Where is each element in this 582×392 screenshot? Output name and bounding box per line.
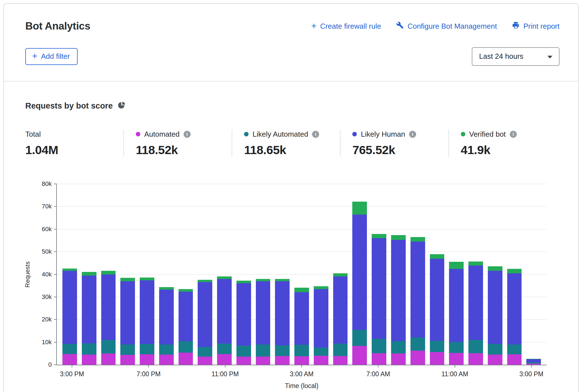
printer-icon xyxy=(512,21,520,31)
add-filter-button[interactable]: + Add filter xyxy=(25,48,78,65)
configure-bot-management-link[interactable]: Configure Bot Management xyxy=(396,21,497,31)
bar-segment-likely_automated xyxy=(314,348,328,356)
bar-segment-likely_human xyxy=(488,271,502,344)
bar-segment-automated xyxy=(468,353,483,365)
bar-segment-likely_automated xyxy=(140,344,154,354)
y-axis-tick-label: 40k xyxy=(29,271,52,278)
bar xyxy=(198,184,212,365)
bar-segment-verified_bot xyxy=(236,281,251,283)
y-axis-tick xyxy=(54,297,57,297)
legend-dot xyxy=(461,132,465,136)
bar-segment-verified_bot xyxy=(198,280,212,282)
bar-segment-verified_bot xyxy=(82,272,96,275)
bar-segment-likely_automated xyxy=(179,341,193,353)
bar-segment-verified_bot xyxy=(488,266,502,271)
time-range-select[interactable]: Last 24 hours xyxy=(472,47,560,66)
plot-area: Requests Time (local) 010k20k30k40k50k60… xyxy=(56,184,547,365)
y-axis-tick-label: 30k xyxy=(29,293,52,301)
bar-segment-likely_automated xyxy=(468,340,483,353)
bar-segment-automated xyxy=(391,353,406,365)
x-axis-tick-label: 3:00 AM xyxy=(290,370,313,378)
bar-segment-automated xyxy=(198,357,212,365)
bar-segment-likely_automated xyxy=(372,339,386,353)
bar-segment-likely_human xyxy=(314,289,328,348)
bar-segment-likely_human xyxy=(352,215,367,330)
bar-segment-automated xyxy=(449,353,464,365)
bar-segment-verified_bot xyxy=(217,276,232,279)
info-icon[interactable]: i xyxy=(312,131,319,138)
bar-segment-automated xyxy=(352,346,367,365)
bar-segment-likely_human xyxy=(430,259,445,341)
bar-segment-automated xyxy=(333,356,348,365)
y-axis-tick-label: 50k xyxy=(29,248,52,255)
x-axis-tick xyxy=(301,365,302,368)
stat-automated: Automated i 118.52k xyxy=(123,130,232,157)
bar-segment-likely_automated xyxy=(82,343,96,355)
bar-segment-likely_automated xyxy=(120,344,135,355)
info-icon[interactable]: i xyxy=(184,131,191,138)
y-axis-tick-label: 20k xyxy=(29,316,52,323)
pie-chart-icon xyxy=(118,102,125,110)
print-report-link[interactable]: Print report xyxy=(512,21,560,31)
bar-segment-likely_human xyxy=(294,292,309,345)
bar-segment-likely_automated xyxy=(159,344,174,355)
stat-verified-bot: Verified bot i 41.9k xyxy=(448,130,557,157)
x-axis-tick xyxy=(378,365,378,368)
x-axis-tick xyxy=(72,365,72,368)
legend-dot xyxy=(352,132,357,136)
bar-segment-likely_automated xyxy=(256,344,270,357)
bar-segment-likely_automated xyxy=(217,344,232,354)
bar xyxy=(256,184,270,365)
section-title: Requests by bot score xyxy=(25,101,113,111)
bar-segment-likely_automated xyxy=(430,341,445,352)
bar-segment-automated xyxy=(410,351,425,365)
y-axis-tick xyxy=(54,184,57,184)
bar-segment-automated xyxy=(140,354,154,365)
bar-segment-likely_automated xyxy=(391,341,406,353)
bar-segment-likely_human xyxy=(372,238,386,339)
bar-segment-automated xyxy=(82,355,96,365)
page-title: Bot Analytics xyxy=(25,20,90,32)
x-axis-tick-label: 3:00 PM xyxy=(60,370,84,378)
y-axis-tick-label: 60k xyxy=(29,226,52,233)
info-icon[interactable]: i xyxy=(510,131,517,138)
bar-segment-likely_human xyxy=(82,276,96,343)
y-axis-tick xyxy=(54,274,57,275)
bar-segment-automated xyxy=(372,353,386,365)
x-axis-tick-label: 7:00 AM xyxy=(366,370,390,378)
x-axis-tick-label: 11:00 PM xyxy=(211,370,239,378)
plus-icon: + xyxy=(32,51,37,60)
bar xyxy=(410,184,425,365)
bar-segment-automated xyxy=(62,354,77,365)
bar-segment-likely_human xyxy=(391,240,406,341)
bar-segment-verified_bot xyxy=(449,262,464,269)
bar xyxy=(314,184,328,365)
create-firewall-rule-link[interactable]: + Create firewall rule xyxy=(311,22,381,31)
bar xyxy=(62,184,77,365)
bar-segment-verified_bot xyxy=(101,271,116,274)
bar-segment-verified_bot xyxy=(120,278,135,281)
bar xyxy=(120,184,135,365)
bar-segment-verified_bot xyxy=(391,235,406,240)
bar-segment-likely_automated xyxy=(507,344,522,354)
header-actions: + Create firewall rule Configure Bot Man… xyxy=(311,21,560,31)
stats-row: Total 1.04M Automated i 118.52k Likely A… xyxy=(25,130,557,157)
bar-segment-verified_bot xyxy=(352,202,367,215)
bar xyxy=(82,184,96,365)
bar-segment-verified_bot xyxy=(430,254,445,259)
bar-segment-verified_bot xyxy=(468,262,483,265)
plus-icon: + xyxy=(311,21,317,30)
legend-dot xyxy=(244,132,249,136)
bar xyxy=(352,184,367,365)
bar xyxy=(275,184,290,365)
legend-dot xyxy=(136,132,140,136)
bar-segment-likely_automated xyxy=(62,344,77,354)
info-icon[interactable]: i xyxy=(409,131,416,138)
bar-segment-likely_automated xyxy=(275,345,290,356)
bar-segment-likely_human xyxy=(236,283,251,346)
y-axis-tick-label: 0 xyxy=(29,361,52,368)
stat-label: Likely Human xyxy=(361,130,405,139)
bar xyxy=(140,184,154,365)
action-label: Print report xyxy=(523,22,560,31)
bar-segment-likely_human xyxy=(159,290,174,344)
